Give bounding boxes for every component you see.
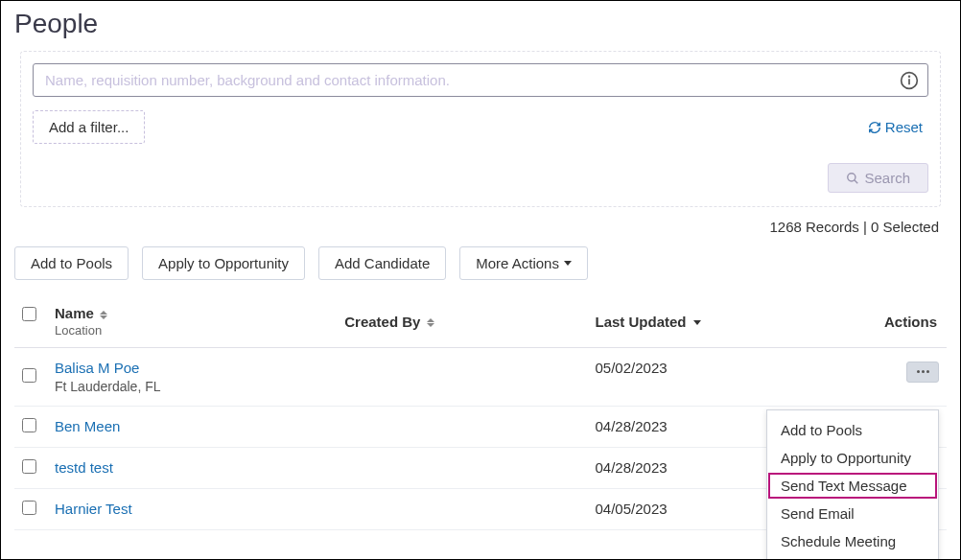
sort-icon xyxy=(427,318,434,327)
svg-point-3 xyxy=(848,173,856,180)
header-last-updated-label: Last Updated xyxy=(596,314,687,330)
svg-point-2 xyxy=(909,76,910,77)
select-all-checkbox[interactable] xyxy=(22,307,36,321)
row-checkbox[interactable] xyxy=(22,368,36,383)
dropdown-item[interactable]: Send Email xyxy=(767,500,938,527)
name-cell: Balisa M PoeFt Lauderdale, FL xyxy=(47,348,337,407)
dot-icon xyxy=(922,370,925,373)
header-name-sub: Location xyxy=(55,323,329,338)
header-last-updated[interactable]: Last Updated xyxy=(588,295,877,348)
header-actions-label: Actions xyxy=(884,314,937,330)
person-name-link[interactable]: Balisa M Poe xyxy=(55,360,329,376)
page-title: People xyxy=(1,1,960,45)
dot-icon xyxy=(917,370,920,373)
dropdown-item[interactable]: Add to Pools xyxy=(767,416,938,444)
search-icon xyxy=(846,172,859,185)
header-checkbox-cell xyxy=(14,295,47,348)
sort-icon xyxy=(100,311,107,319)
row-checkbox-cell xyxy=(14,407,47,448)
person-name-link[interactable]: testd test xyxy=(55,459,329,476)
action-row: Add to Pools Apply to Opportunity Add Ca… xyxy=(1,241,960,290)
created-by-cell xyxy=(337,407,587,448)
header-name-label: Name xyxy=(55,305,94,321)
records-bar: 1268 Records | 0 Selected xyxy=(1,207,960,241)
add-candidate-button[interactable]: Add Candidate xyxy=(318,246,446,280)
header-created-by-label: Created By xyxy=(344,314,420,330)
row-checkbox[interactable] xyxy=(22,459,36,474)
add-to-pools-button[interactable]: Add to Pools xyxy=(14,246,129,280)
add-filter-button[interactable]: Add a filter... xyxy=(33,110,145,144)
reset-label: Reset xyxy=(885,119,923,135)
actions-cell xyxy=(877,348,947,407)
dot-icon xyxy=(926,370,929,373)
table-row: Balisa M PoeFt Lauderdale, FL05/02/2023 xyxy=(14,348,947,407)
created-by-cell xyxy=(337,348,587,407)
row-checkbox-cell xyxy=(14,348,47,407)
dropdown-item[interactable]: Schedule Meeting xyxy=(767,527,938,555)
records-count: 1268 Records xyxy=(769,219,858,235)
more-actions-button[interactable]: More Actions xyxy=(459,246,588,280)
reset-link[interactable]: Reset xyxy=(868,119,923,135)
filter-panel: Add a filter... Reset Search xyxy=(20,51,941,207)
filter-row: Add a filter... Reset xyxy=(33,110,928,144)
search-button[interactable]: Search xyxy=(828,163,928,193)
row-more-button[interactable] xyxy=(906,362,939,383)
sort-desc-icon xyxy=(693,320,701,325)
search-input[interactable] xyxy=(33,63,928,97)
row-checkbox-cell xyxy=(14,489,47,530)
svg-line-4 xyxy=(855,179,858,183)
created-by-cell xyxy=(337,489,587,530)
refresh-icon xyxy=(868,121,881,134)
header-name[interactable]: Name Location xyxy=(47,295,337,348)
apply-to-opportunity-button[interactable]: Apply to Opportunity xyxy=(142,246,305,280)
row-actions-dropdown: Add to PoolsApply to OpportunitySend Tex… xyxy=(766,409,939,560)
last-updated-cell: 05/02/2023 xyxy=(588,348,877,407)
search-input-wrap xyxy=(33,63,928,97)
info-icon[interactable] xyxy=(900,71,919,90)
name-cell: Ben Meen xyxy=(47,407,337,448)
caret-down-icon xyxy=(564,261,572,266)
person-name-link[interactable]: Harnier Test xyxy=(55,501,329,517)
row-checkbox[interactable] xyxy=(22,418,36,432)
row-checkbox[interactable] xyxy=(22,501,36,515)
name-cell: Harnier Test xyxy=(47,489,337,530)
search-button-row: Search xyxy=(33,163,928,193)
header-created-by[interactable]: Created By xyxy=(337,295,587,348)
created-by-cell xyxy=(337,448,587,489)
dropdown-item[interactable]: Send Text Message xyxy=(767,472,938,500)
records-selected: 0 Selected xyxy=(871,219,939,235)
dropdown-item[interactable]: Apply to Opportunity xyxy=(767,444,938,472)
header-actions: Actions xyxy=(877,295,947,348)
name-cell: testd test xyxy=(47,448,337,489)
more-actions-label: More Actions xyxy=(476,255,559,271)
row-checkbox-cell xyxy=(14,448,47,489)
table-header-row: Name Location Created By Last Updated Ac… xyxy=(14,295,947,348)
person-location: Ft Lauderdale, FL xyxy=(55,379,329,394)
person-name-link[interactable]: Ben Meen xyxy=(55,418,329,434)
search-button-label: Search xyxy=(864,170,910,186)
records-sep: | xyxy=(859,219,871,235)
